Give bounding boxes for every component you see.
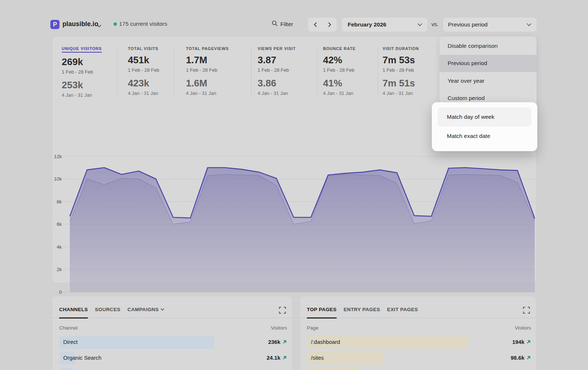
row-bar bbox=[60, 336, 214, 349]
panel-tabs: TOP PAGESENTRY PAGESEXIT PAGES bbox=[300, 296, 536, 318]
stat-divider bbox=[117, 47, 117, 97]
tab-exit-pages[interactable]: EXIT PAGES bbox=[387, 307, 418, 319]
channels-panel: CHANNELSSOURCESCAMPAIGNS Channel Visitor… bbox=[53, 296, 292, 370]
tab-entry-pages[interactable]: ENTRY PAGES bbox=[344, 307, 380, 319]
stat-label: BOUNCE RATE bbox=[323, 46, 356, 51]
previous-date-button[interactable] bbox=[308, 18, 322, 32]
submenu-item-match-day-of-week[interactable]: Match day of week bbox=[438, 107, 531, 127]
vs-label: vs. bbox=[431, 21, 438, 27]
row-visitors: 236k bbox=[268, 339, 280, 345]
stat-period: 1 Feb - 28 Feb bbox=[323, 67, 356, 73]
plausible-logo-icon[interactable]: P bbox=[50, 20, 60, 29]
filter-button[interactable]: Filter bbox=[272, 20, 293, 28]
table-row[interactable] bbox=[60, 368, 287, 370]
stat-previous-value: 3.86 bbox=[258, 78, 296, 89]
stat-label: VIEWS PER VISIT bbox=[258, 46, 296, 51]
stat-tab-total-pageviews[interactable]: TOTAL PAGEVIEWS 1.7M 1 Feb - 28 Feb 1.6M… bbox=[186, 46, 229, 96]
stat-label: TOTAL VISITS bbox=[128, 46, 159, 51]
live-visitors-dot-icon bbox=[114, 22, 117, 26]
date-range-select[interactable]: February 2026 bbox=[342, 18, 427, 32]
tab-campaigns[interactable]: CAMPAIGNS bbox=[128, 307, 164, 319]
stat-previous-period: 4 Jan - 31 Jan bbox=[186, 90, 229, 96]
stat-value: 7m 53s bbox=[383, 54, 419, 66]
stat-period: 1 Feb - 28 Feb bbox=[258, 67, 296, 73]
svg-text:2k: 2k bbox=[57, 267, 62, 272]
comparison-select[interactable]: Previous period bbox=[443, 18, 537, 32]
chevron-down-icon bbox=[417, 21, 422, 28]
row-name[interactable]: /:dashboard bbox=[311, 339, 340, 345]
row-visitors: 194k bbox=[512, 339, 524, 345]
pages-panel: TOP PAGESENTRY PAGESEXIT PAGES Page Visi… bbox=[300, 296, 536, 370]
stat-previous-value: 1.6M bbox=[186, 78, 229, 89]
stat-divider bbox=[317, 47, 318, 97]
panel-rows: Direct 236k Organic Search 24.1k bbox=[60, 336, 287, 370]
column-header-name: Channel bbox=[59, 325, 78, 331]
stat-period: 1 Feb - 28 Feb bbox=[62, 69, 102, 75]
expand-icon[interactable] bbox=[523, 307, 530, 315]
svg-text:6k: 6k bbox=[57, 221, 62, 227]
current-visitors-link[interactable]: 175 current visitors bbox=[119, 21, 167, 27]
site-switcher[interactable]: plausible.io bbox=[62, 20, 98, 28]
stat-value: 269k bbox=[62, 56, 102, 68]
row-bar bbox=[307, 368, 361, 370]
stat-label: TOTAL PAGEVIEWS bbox=[186, 46, 229, 51]
table-row[interactable] bbox=[307, 368, 531, 370]
table-row[interactable]: Direct 236k bbox=[60, 336, 287, 349]
stat-value: 42% bbox=[323, 54, 356, 66]
stat-previous-period: 4 Jan - 31 Jan bbox=[383, 90, 419, 96]
stat-tab-visit-duration[interactable]: VISIT DURATION 7m 53s 1 Feb - 28 Feb 7m … bbox=[383, 46, 419, 96]
svg-text:8k: 8k bbox=[57, 199, 62, 204]
stat-previous-period: 4 Jan - 31 Jan bbox=[128, 90, 159, 96]
stat-previous-period: 4 Jan - 31 Jan bbox=[258, 90, 296, 96]
stat-period: 1 Feb - 28 Feb bbox=[186, 67, 229, 73]
next-date-button[interactable] bbox=[322, 18, 337, 32]
table-row[interactable]: Organic Search 24.1k bbox=[60, 352, 287, 364]
column-header-name: Page bbox=[307, 325, 319, 331]
stat-previous-period: 4 Jan - 31 Jan bbox=[323, 90, 356, 96]
stat-divider bbox=[251, 47, 251, 97]
stat-tab-views-per-visit[interactable]: VIEWS PER VISIT 3.87 1 Feb - 28 Feb 3.86… bbox=[258, 46, 296, 96]
trend-up-icon bbox=[526, 355, 531, 360]
panel-rows: /:dashboard 194k /sites 98.6k bbox=[307, 336, 531, 370]
row-name[interactable]: Direct bbox=[63, 339, 78, 345]
table-row[interactable]: /:dashboard 194k bbox=[307, 336, 531, 349]
stat-value: 3.87 bbox=[258, 54, 296, 66]
column-header-visitors: Visitors bbox=[271, 325, 287, 331]
date-nav-group bbox=[308, 18, 337, 32]
tab-channels[interactable]: CHANNELS bbox=[59, 307, 88, 319]
tab-sources[interactable]: SOURCES bbox=[95, 307, 121, 319]
stat-period: 1 Feb - 28 Feb bbox=[383, 67, 419, 73]
menu-item-disable-comparison[interactable]: Disable comparison bbox=[440, 37, 537, 55]
stat-label: UNIQUE VISITORS bbox=[62, 46, 102, 53]
stat-previous-period: 4 Jan - 31 Jan bbox=[62, 92, 102, 98]
trend-up-icon bbox=[526, 339, 531, 344]
stat-previous-value: 41% bbox=[323, 78, 356, 89]
stat-previous-value: 253k bbox=[62, 79, 102, 91]
stat-value: 1.7M bbox=[186, 54, 229, 66]
stat-tab-unique-visitors[interactable]: UNIQUE VISITORS 269k 1 Feb - 28 Feb 253k… bbox=[62, 46, 102, 98]
expand-icon[interactable] bbox=[279, 307, 286, 315]
stat-tab-total-visits[interactable]: TOTAL VISITS 451k 1 Feb - 28 Feb 423k 4 … bbox=[128, 46, 159, 96]
row-bar bbox=[60, 368, 73, 370]
svg-text:12k: 12k bbox=[54, 154, 62, 159]
svg-text:4k: 4k bbox=[57, 244, 62, 250]
row-name[interactable]: /sites bbox=[311, 355, 324, 361]
stat-previous-value: 7m 51s bbox=[383, 78, 419, 89]
submenu-item-match-exact-date[interactable]: Match exact date bbox=[438, 127, 531, 146]
comparison-value: Previous period bbox=[448, 21, 488, 28]
search-icon bbox=[272, 20, 278, 28]
table-row[interactable]: /sites 98.6k bbox=[307, 352, 531, 364]
menu-item-previous-period[interactable]: Previous period bbox=[440, 55, 537, 72]
stat-tab-bounce-rate[interactable]: BOUNCE RATE 42% 1 Feb - 28 Feb 41% 4 Jan… bbox=[323, 46, 356, 96]
row-name[interactable]: Organic Search bbox=[63, 355, 101, 361]
svg-text:10k: 10k bbox=[54, 176, 62, 182]
stat-label: VISIT DURATION bbox=[383, 46, 419, 51]
filter-label: Filter bbox=[280, 21, 293, 28]
chevron-down-icon[interactable] bbox=[97, 22, 101, 29]
menu-item-year-over-year[interactable]: Year over year bbox=[440, 72, 537, 90]
tab-top-pages[interactable]: TOP PAGES bbox=[307, 307, 337, 319]
trend-up-icon bbox=[282, 339, 287, 344]
stat-period: 1 Feb - 28 Feb bbox=[128, 67, 159, 73]
svg-text:0: 0 bbox=[59, 289, 62, 295]
chevron-down-icon bbox=[527, 21, 531, 28]
